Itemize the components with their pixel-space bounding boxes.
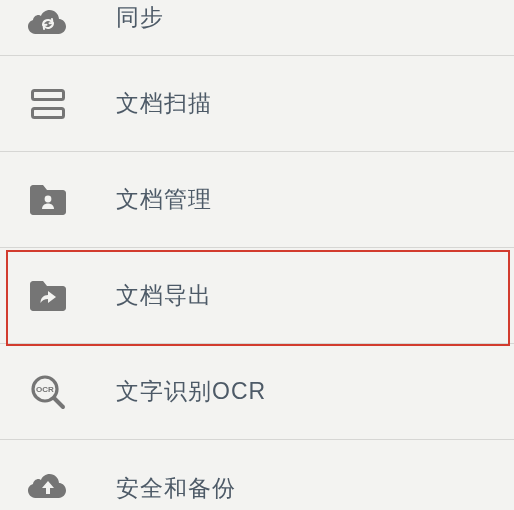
menu-item-label: 文档导出: [116, 280, 212, 311]
menu-item-label: 同步: [116, 2, 164, 33]
menu-item-label: 文档扫描: [116, 88, 212, 119]
cloud-upload-icon: [26, 466, 70, 510]
menu-item-label: 文档管理: [116, 184, 212, 215]
menu-item-export[interactable]: 文档导出: [0, 248, 514, 344]
menu-list: 同步 文档扫描 文档管理: [0, 0, 514, 510]
cloud-sync-icon: [26, 2, 70, 46]
menu-item-manage[interactable]: 文档管理: [0, 152, 514, 248]
svg-point-2: [45, 195, 52, 202]
menu-item-sync[interactable]: 同步: [0, 0, 514, 56]
menu-item-ocr[interactable]: OCR 文字识别OCR: [0, 344, 514, 440]
folder-export-icon: [26, 274, 70, 318]
scan-icon: [26, 82, 70, 126]
menu-item-label: 安全和备份: [116, 473, 236, 504]
menu-item-label: 文字识别OCR: [116, 376, 266, 407]
svg-rect-0: [33, 90, 64, 99]
svg-line-4: [54, 398, 63, 407]
folder-user-icon: [26, 178, 70, 222]
settings-menu: 同步 文档扫描 文档管理: [0, 0, 514, 510]
menu-item-backup[interactable]: 安全和备份: [0, 440, 514, 510]
svg-text:OCR: OCR: [36, 384, 54, 393]
ocr-search-icon: OCR: [26, 370, 70, 414]
svg-rect-1: [33, 108, 64, 117]
menu-item-scan[interactable]: 文档扫描: [0, 56, 514, 152]
